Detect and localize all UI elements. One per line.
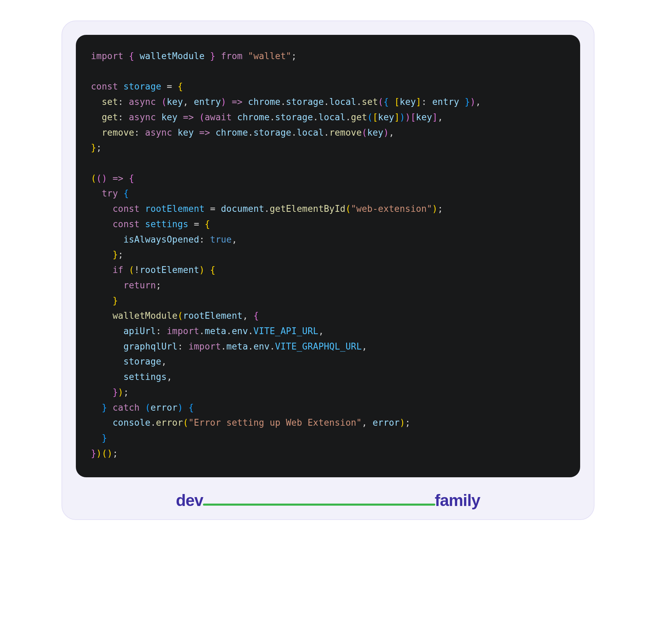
- brand-right: family: [435, 491, 480, 510]
- tok: ,: [362, 417, 373, 428]
- indent: [91, 219, 112, 229]
- tok: ): [118, 387, 123, 397]
- tok: import: [188, 341, 221, 352]
- tok: .: [226, 326, 232, 336]
- tok: isAlwaysOpened: [123, 234, 199, 245]
- tok: !: [134, 265, 140, 275]
- tok: :: [421, 97, 432, 107]
- tok: key: [378, 112, 394, 122]
- tok: ,: [476, 97, 481, 107]
- tok: {: [183, 402, 194, 413]
- tok: .: [199, 326, 205, 336]
- tok: ): [178, 402, 183, 413]
- tok: set: [102, 97, 118, 107]
- tok: =>: [107, 173, 129, 183]
- tok: ,: [362, 341, 367, 352]
- tok: =>: [178, 112, 199, 122]
- tok: ;: [438, 204, 443, 214]
- tok: =: [194, 219, 205, 229]
- tok: ): [405, 112, 411, 122]
- code-line: const storage = {: [91, 81, 183, 92]
- tok: "wallet": [248, 51, 291, 61]
- tok: key: [367, 127, 384, 138]
- indent: [91, 326, 123, 336]
- brand-divider: [203, 504, 435, 506]
- tok: key: [161, 112, 178, 122]
- indent: [91, 188, 102, 198]
- tok: (: [102, 448, 107, 458]
- tok: .: [345, 112, 351, 122]
- tok: entry: [194, 97, 221, 107]
- code-line: remove: async key => chrome.storage.loca…: [91, 127, 394, 138]
- indent: [91, 265, 112, 275]
- tok: VITE_API_URL: [254, 326, 318, 336]
- tok: {: [178, 81, 183, 92]
- tok: console: [112, 417, 150, 428]
- indent: [91, 204, 112, 214]
- tok: storage: [123, 356, 161, 367]
- tok: meta: [205, 326, 226, 336]
- tok: settings: [145, 219, 194, 229]
- tok: "web-extension": [351, 204, 432, 214]
- tok: meta: [226, 341, 248, 352]
- tok: async: [129, 112, 161, 122]
- indent: [91, 234, 123, 245]
- tok: [: [410, 112, 416, 122]
- tok: ): [400, 112, 405, 122]
- tok: chrome: [248, 97, 281, 107]
- tok: getElementById: [270, 204, 345, 214]
- tok: =: [210, 204, 221, 214]
- tok: {: [205, 265, 216, 275]
- tok: rootElement: [145, 204, 210, 214]
- indent: [91, 127, 102, 138]
- tok: env: [254, 341, 270, 352]
- tok: }: [91, 448, 96, 458]
- code-line: settings,: [91, 372, 172, 382]
- tok: }: [210, 51, 216, 61]
- tok: ]: [394, 112, 400, 122]
- tok: }: [459, 97, 470, 107]
- tok: }: [102, 402, 107, 413]
- tok: import: [167, 326, 199, 336]
- tok: (: [161, 97, 167, 107]
- tok: (: [96, 173, 102, 183]
- tok: .: [150, 417, 156, 428]
- tok: {: [123, 188, 129, 198]
- tok: chrome: [216, 127, 248, 138]
- tok: (: [367, 112, 373, 122]
- code-line: import { walletModule } from "wallet";: [91, 51, 297, 61]
- tok: const: [112, 219, 145, 229]
- tok: key: [400, 97, 416, 107]
- code-editor: import { walletModule } from "wallet"; c…: [76, 35, 580, 477]
- tok: }: [112, 387, 118, 397]
- code-line: walletModule(rootElement, {: [91, 311, 259, 321]
- tok: (: [378, 97, 383, 107]
- indent: [91, 296, 112, 306]
- code-line: const settings = {: [91, 219, 210, 229]
- tok: }: [112, 296, 118, 306]
- tok: error: [372, 417, 399, 428]
- tok: key: [416, 112, 432, 122]
- tok: const: [112, 204, 145, 214]
- tok: {: [383, 97, 389, 107]
- tok: ,: [243, 311, 254, 321]
- tok: catch: [107, 402, 145, 413]
- tok: :: [134, 127, 145, 138]
- tok: ;: [291, 51, 297, 61]
- tok: error: [150, 402, 177, 413]
- tok: return: [123, 280, 156, 290]
- tok: .: [264, 204, 270, 214]
- tok: ;: [118, 249, 123, 260]
- tok: ): [400, 417, 405, 428]
- indent: [91, 311, 112, 321]
- tok: error: [156, 417, 183, 428]
- tok: rootElement: [183, 311, 243, 321]
- tok: .: [291, 127, 297, 138]
- tok: ]: [416, 97, 421, 107]
- code-line: }: [91, 296, 118, 306]
- code-line: })();: [91, 448, 118, 458]
- indent: [91, 433, 102, 443]
- tok: ;: [123, 387, 129, 397]
- tok: import: [91, 51, 129, 61]
- tok: local: [318, 112, 345, 122]
